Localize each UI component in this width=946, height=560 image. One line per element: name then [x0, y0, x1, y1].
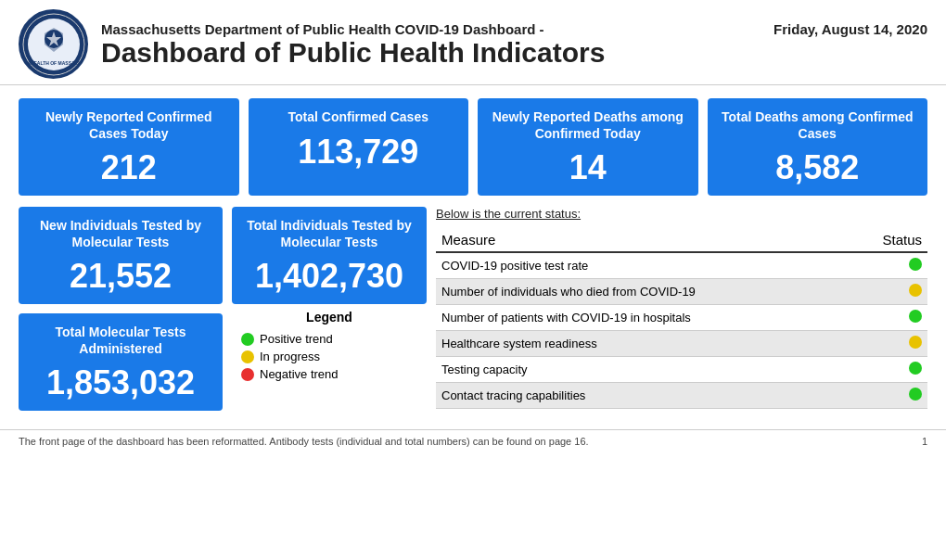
status-dot	[909, 388, 922, 401]
status-cell	[849, 383, 927, 409]
measure-cell: Testing capacity	[436, 357, 849, 383]
metric-card-total-deaths-title: Total Deaths among Confirmed Cases	[717, 109, 919, 142]
legend-box: LegendPositive trendIn progressNegative …	[232, 304, 427, 390]
status-table: Measure Status COVID-19 positive test ra…	[436, 228, 927, 409]
legend-dot	[241, 333, 254, 346]
status-cell	[849, 305, 927, 331]
legend-item: Positive trend	[241, 332, 417, 346]
table-row: COVID-19 positive test rate	[436, 252, 927, 279]
metric-card-total-ind-tested-title: Total Individuals Tested by Molecular Te…	[241, 218, 417, 250]
metric-card-total-cases-title: Total Confirmed Cases	[258, 109, 460, 126]
col-measure-header: Measure	[436, 228, 849, 252]
metric-card-new-deaths: Newly Reported Deaths among Confirmed To…	[478, 98, 698, 196]
status-dot	[909, 336, 922, 349]
metric-card-new-deaths-title: Newly Reported Deaths among Confirmed To…	[487, 109, 689, 142]
legend-dot	[241, 350, 254, 363]
status-cell	[849, 279, 927, 305]
status-dot	[909, 284, 922, 297]
metric-card-total-ind-tested-value: 1,402,730	[241, 260, 417, 293]
status-dot	[909, 362, 922, 375]
svg-text:COMMONWEALTH OF MASSACHUSETTS: COMMONWEALTH OF MASSACHUSETTS	[22, 60, 85, 66]
header-top-line: Massachusetts Department of Public Healt…	[101, 21, 927, 37]
status-cell	[849, 357, 927, 383]
metric-card-total-deaths: Total Deaths among Confirmed Cases 8,582	[708, 98, 928, 196]
metric-card-total-mol-tests-title: Total Molecular Tests Administered	[28, 325, 213, 357]
second-row-mid: Total Individuals Tested by Molecular Te…	[232, 207, 427, 390]
measure-cell: COVID-19 positive test rate	[436, 252, 849, 279]
footer: The front page of the dashboard has been…	[0, 429, 946, 452]
header-titles: Massachusetts Department of Public Healt…	[101, 21, 927, 68]
metric-card-total-individuals-tested: Total Individuals Tested by Molecular Te…	[232, 207, 427, 304]
legend-label: Positive trend	[260, 332, 333, 346]
status-header-text: Below is the current status:	[436, 207, 927, 221]
metric-card-total-mol-tests: Total Molecular Tests Administered 1,853…	[19, 313, 223, 411]
legend-dot	[241, 368, 254, 381]
metric-card-new-tested-title: New Individuals Tested by Molecular Test…	[28, 218, 213, 250]
col-status-header: Status	[849, 228, 927, 252]
metric-card-new-deaths-value: 14	[487, 151, 689, 185]
ma-seal-logo: COMMONWEALTH OF MASSACHUSETTS	[19, 9, 88, 79]
metric-card-new-tested: New Individuals Tested by Molecular Test…	[19, 207, 223, 304]
table-row: Contact tracing capabilities	[436, 383, 927, 409]
metric-card-new-cases-title: Newly Reported Confirmed Cases Today	[28, 109, 230, 142]
status-dot	[909, 310, 922, 323]
legend-title: Legend	[241, 310, 417, 325]
status-cell	[849, 252, 927, 279]
measure-cell: Number of individuals who died from COVI…	[436, 279, 849, 305]
legend-item: Negative trend	[241, 367, 417, 381]
legend-label: In progress	[260, 350, 320, 363]
status-section: Below is the current status: Measure Sta…	[436, 207, 927, 409]
second-row: New Individuals Tested by Molecular Test…	[19, 207, 927, 411]
legend-item: In progress	[241, 350, 417, 363]
measure-cell: Number of patients with COVID-19 in hosp…	[436, 305, 849, 331]
measure-cell: Contact tracing capabilities	[436, 383, 849, 409]
metric-card-new-cases: Newly Reported Confirmed Cases Today 212	[19, 98, 239, 196]
status-cell	[849, 331, 927, 357]
metric-card-new-cases-value: 212	[28, 151, 230, 185]
metric-card-total-cases-value: 113,729	[258, 135, 460, 169]
metric-card-total-mol-tests-value: 1,853,032	[28, 366, 213, 400]
second-row-right: Below is the current status: Measure Sta…	[436, 207, 927, 409]
page-number: 1	[922, 436, 927, 447]
measure-cell: Healthcare system readiness	[436, 331, 849, 357]
page-main-title: Dashboard of Public Health Indicators	[101, 37, 927, 68]
table-row: Healthcare system readiness	[436, 331, 927, 357]
metric-cards-row1: Newly Reported Confirmed Cases Today 212…	[19, 98, 927, 196]
footer-note-text: The front page of the dashboard has been…	[19, 436, 589, 447]
second-row-left: New Individuals Tested by Molecular Test…	[19, 207, 223, 411]
metric-card-total-deaths-value: 8,582	[717, 151, 919, 185]
legend-label: Negative trend	[260, 367, 339, 381]
table-row: Number of patients with COVID-19 in hosp…	[436, 305, 927, 331]
page-header: COMMONWEALTH OF MASSACHUSETTS Massachuse…	[0, 0, 946, 85]
table-row: Number of individuals who died from COVI…	[436, 279, 927, 305]
status-dot	[909, 258, 922, 271]
org-name: Massachusetts Department of Public Healt…	[101, 21, 544, 37]
table-row: Testing capacity	[436, 357, 927, 383]
metric-card-total-cases: Total Confirmed Cases 113,729	[249, 98, 469, 196]
metric-card-new-tested-value: 21,552	[28, 260, 213, 293]
main-content: Newly Reported Confirmed Cases Today 212…	[0, 85, 946, 429]
header-date: Friday, August 14, 2020	[773, 21, 927, 37]
